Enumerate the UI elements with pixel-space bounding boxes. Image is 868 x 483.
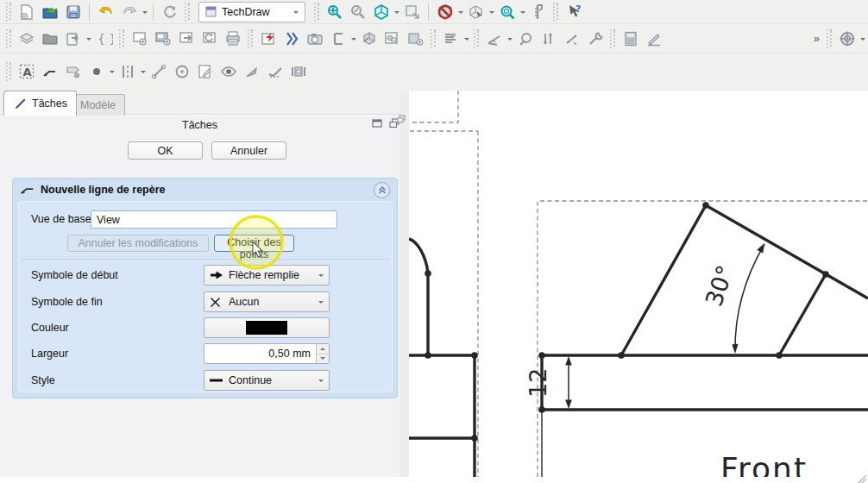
toolbar-drag-handle[interactable]	[827, 29, 832, 48]
spin-up-icon[interactable]	[317, 344, 329, 354]
angle-dimension[interactable]: 30°	[700, 243, 764, 354]
ok-button[interactable]: OK	[128, 141, 203, 160]
weld-symbol-icon[interactable]	[263, 60, 286, 83]
redo-menu-caret[interactable]	[141, 1, 148, 23]
start-symbol-select[interactable]: Flèche remplie	[204, 265, 330, 285]
direction-arrow-icon[interactable]	[240, 60, 263, 83]
tab-tasks[interactable]: Tâches	[3, 91, 77, 116]
repair-dimension-icon[interactable]	[583, 28, 607, 50]
refresh-icon[interactable]	[158, 1, 181, 23]
flip-dimension-icon[interactable]	[537, 28, 560, 50]
centerline-icon[interactable]	[116, 60, 139, 83]
panel-splitter[interactable]	[399, 91, 409, 477]
stack-order-caret[interactable]	[462, 28, 470, 50]
select-view-icon[interactable]	[464, 1, 487, 23]
discard-changes-button[interactable]: Annuler les modifications	[67, 235, 209, 252]
print-icon[interactable]	[221, 28, 244, 50]
width-spinbox[interactable]: 0,50 mm	[204, 343, 330, 364]
new-page-default-icon[interactable]	[128, 28, 151, 50]
techdraw-page[interactable]: 12 30° Front	[409, 91, 868, 477]
toolbar-drag-handle[interactable]	[431, 29, 436, 48]
redo-icon[interactable]	[117, 1, 141, 23]
drawing-area[interactable]: 12 30° Front	[409, 91, 868, 477]
undo-icon[interactable]	[94, 1, 117, 23]
symbol-insert-icon[interactable]	[404, 28, 427, 50]
draft-view-icon[interactable]	[381, 28, 404, 50]
base-view-input[interactable]	[91, 210, 337, 229]
fit-all-icon[interactable]	[323, 1, 346, 23]
center-mark-icon[interactable]	[170, 60, 193, 83]
draw-style-icon[interactable]	[433, 1, 456, 23]
centerline-caret[interactable]	[139, 60, 147, 83]
projection-group-icon[interactable]	[280, 28, 303, 50]
spin-buttons[interactable]	[316, 344, 329, 363]
section-view-caret[interactable]	[349, 28, 357, 50]
export-page-caret[interactable]	[85, 28, 92, 50]
minimize-panel-icon[interactable]	[372, 118, 382, 129]
toolbar-drag-handle[interactable]	[6, 3, 11, 22]
toolbar-drag-handle[interactable]	[553, 3, 558, 22]
export-page-icon[interactable]	[61, 28, 85, 50]
axonometric-view-icon[interactable]	[369, 1, 393, 23]
pencil-edit-icon[interactable]	[642, 28, 665, 50]
leader-line-icon[interactable]	[38, 60, 61, 83]
measure-icon[interactable]	[526, 1, 550, 23]
zoom-box-icon[interactable]	[346, 1, 369, 23]
rich-annotation-icon[interactable]	[61, 60, 85, 83]
zoom-selection-icon[interactable]	[495, 1, 519, 23]
detail-view-icon[interactable]	[357, 28, 381, 50]
annotation-icon[interactable]: A	[15, 60, 38, 83]
spin-down-icon[interactable]	[317, 354, 329, 364]
toolbar-drag-handle[interactable]	[610, 29, 615, 48]
open-document-icon[interactable]	[38, 1, 61, 23]
insert-view-icon[interactable]	[256, 28, 280, 50]
end-symbol-select[interactable]: Aucun	[204, 292, 330, 312]
style-select[interactable]: Continue	[204, 370, 330, 391]
show-hide-icon[interactable]	[217, 60, 240, 83]
toolbar-drag-handle[interactable]	[185, 3, 190, 22]
decorate-page-icon[interactable]	[193, 60, 217, 83]
toolbar-drag-handle[interactable]	[248, 29, 253, 48]
whats-this-icon[interactable]: ?	[562, 1, 585, 23]
color-button[interactable]	[204, 317, 330, 338]
stack-order-icon[interactable]	[439, 28, 462, 50]
radius-dimension-icon[interactable]	[513, 28, 537, 50]
pick-points-button[interactable]: Choisir des points	[214, 235, 294, 252]
customize-format-icon[interactable]	[619, 28, 642, 50]
section-view-icon[interactable]	[326, 28, 349, 50]
toolbar-overflow-chevron[interactable]: »	[810, 32, 823, 45]
toolbar-drag-handle[interactable]	[474, 29, 479, 48]
cosmetic-vertex-icon[interactable]	[85, 60, 108, 83]
surface-finish-icon[interactable]	[286, 60, 310, 83]
pages-icon[interactable]	[15, 28, 38, 50]
workbench-selector[interactable]: TechDraw	[198, 2, 305, 22]
target-dimension-caret[interactable]	[859, 28, 866, 50]
cosmetic-vertex-caret[interactable]	[108, 60, 116, 83]
tab-model[interactable]: Modèle	[71, 94, 125, 116]
active-view-icon[interactable]	[303, 28, 326, 50]
toolbar-drag-handle[interactable]	[6, 62, 11, 81]
target-dimension-icon[interactable]	[835, 28, 859, 50]
draw-style-caret[interactable]	[456, 1, 464, 23]
redraw-page-icon[interactable]	[174, 28, 198, 50]
length-dimension[interactable]: 12	[525, 356, 572, 409]
save-icon[interactable]	[61, 1, 85, 23]
cosmetic-line-icon[interactable]	[147, 60, 170, 83]
axonometric-menu-caret[interactable]	[393, 1, 400, 23]
update-page-icon[interactable]	[198, 28, 221, 50]
landmark-dimension-icon[interactable]	[560, 28, 583, 50]
dock-view-icon[interactable]	[400, 1, 424, 23]
collapse-icon[interactable]	[374, 182, 390, 198]
toolbar-drag-handle[interactable]	[314, 3, 319, 22]
braces-icon[interactable]: { }	[92, 28, 116, 50]
resize-grip-icon[interactable]	[857, 475, 867, 483]
toolbar-drag-handle[interactable]	[119, 29, 124, 48]
new-page-template-icon[interactable]	[151, 28, 174, 50]
new-document-icon[interactable]	[15, 1, 38, 23]
dimension-angle-caret[interactable]	[506, 28, 513, 50]
cancel-button[interactable]: Annuler	[211, 141, 286, 160]
zoom-selection-caret[interactable]	[519, 1, 526, 23]
select-view-caret[interactable]	[487, 1, 495, 23]
dimension-angle-icon[interactable]	[482, 28, 506, 50]
toolbar-drag-handle[interactable]	[6, 29, 11, 48]
